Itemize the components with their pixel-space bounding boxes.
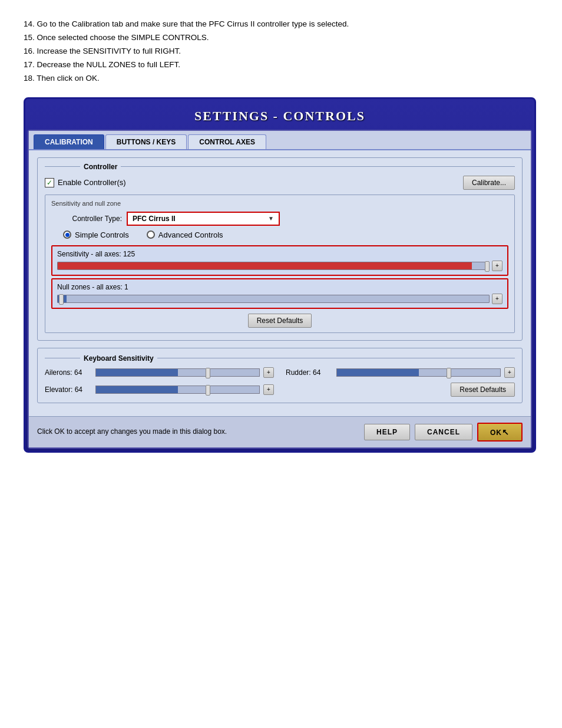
keyboard-sensitivity-section: Keyboard Sensitivity Ailerons: 64 + Rudd… xyxy=(37,348,523,403)
enable-label-text: Enable Controller(s) xyxy=(58,178,126,187)
instruction-15: 15. Once selected choose the SIMPLE CONT… xyxy=(24,31,538,45)
advanced-controls-label: Advanced Controls xyxy=(158,230,223,239)
bottom-help-text: Click OK to accept any changes you made … xyxy=(37,427,227,437)
controls-radio-row: Simple Controls Advanced Controls xyxy=(63,230,508,239)
cancel-button[interactable]: CANCEL xyxy=(415,424,472,440)
ailerons-label: Ailerons: 64 xyxy=(45,368,92,377)
tab-content: Controller ✓ Enable Controller(s) Calibr… xyxy=(29,149,531,416)
null-zones-thumb[interactable] xyxy=(59,294,64,305)
rudder-slider[interactable] xyxy=(336,368,501,377)
controller-type-select[interactable]: PFC Cirrus II ▼ xyxy=(127,212,280,226)
null-zones-plus-btn[interactable]: + xyxy=(492,294,503,304)
enable-controller-label[interactable]: ✓ Enable Controller(s) xyxy=(45,178,126,187)
tab-calibration[interactable]: CALIBRATION xyxy=(34,134,104,149)
instruction-16: 16. Increase the SENSITIVITY to full RIG… xyxy=(24,45,538,58)
simple-controls-label: Simple Controls xyxy=(75,230,129,239)
kb-section-label: Keyboard Sensitivity xyxy=(45,354,515,363)
null-zones-slider-bar[interactable] xyxy=(57,295,490,303)
select-arrow-icon: ▼ xyxy=(268,215,274,222)
rudder-fill xyxy=(337,369,419,376)
sensitivity-slider-group: Sensitivity - all axes: 125 + xyxy=(51,245,508,276)
instructions-block: 14. Go to the Calibration tab and make s… xyxy=(24,18,538,85)
instruction-18: 18. Then click on OK. xyxy=(24,72,538,85)
sensitivity-slider-track: + xyxy=(57,261,503,271)
sensitivity-plus-btn[interactable]: + xyxy=(492,261,503,271)
ailerons-thumb[interactable] xyxy=(206,368,210,378)
rudder-row: Rudder: 64 + xyxy=(286,367,515,378)
tab-buttons-keys[interactable]: BUTTONS / KEYS xyxy=(105,134,187,149)
tabs-bar: CALIBRATION BUTTONS / KEYS CONTROL AXES xyxy=(29,131,531,149)
dialog-title: SETTINGS - CONTROLS xyxy=(28,101,532,130)
elevator-thumb[interactable] xyxy=(206,385,210,396)
ailerons-plus-btn[interactable]: + xyxy=(263,367,274,378)
instruction-17: 17. Decrease the NULL ZONES to full LEFT… xyxy=(24,58,538,72)
advanced-controls-option[interactable]: Advanced Controls xyxy=(147,230,223,239)
advanced-controls-radio[interactable] xyxy=(147,230,155,239)
sensitivity-slider-bar[interactable] xyxy=(57,262,490,270)
elevator-fill xyxy=(96,386,178,393)
sensitivity-section-label: Sensitivity and null zone xyxy=(51,200,508,207)
rudder-thumb[interactable] xyxy=(447,368,451,378)
enable-checkbox[interactable]: ✓ xyxy=(45,178,54,187)
controller-type-value: PFC Cirrus II xyxy=(133,215,176,223)
ailerons-slider[interactable] xyxy=(95,368,260,377)
reset-defaults-button[interactable]: Reset Defaults xyxy=(248,314,312,328)
bottom-buttons: HELP CANCEL OK xyxy=(364,423,523,442)
settings-dialog: SETTINGS - CONTROLS CALIBRATION BUTTONS … xyxy=(24,97,536,453)
sensitivity-fill xyxy=(58,262,472,269)
null-zones-slider-title: Null zones - all axes: 1 xyxy=(57,283,503,291)
elevator-plus-btn[interactable]: + xyxy=(263,384,274,395)
dialog-inner: CALIBRATION BUTTONS / KEYS CONTROL AXES … xyxy=(28,130,532,449)
dialog-bottom: Click OK to accept any changes you made … xyxy=(29,416,531,447)
controller-type-field-label: Controller Type: xyxy=(51,215,122,223)
controller-section-label: Controller xyxy=(45,163,515,171)
elevator-row: Elevator: 64 + xyxy=(45,383,274,397)
simple-controls-radio[interactable] xyxy=(63,230,71,239)
enable-controller-row: ✓ Enable Controller(s) Calibrate... xyxy=(45,176,515,190)
kb-reset-defaults-button[interactable]: Reset Defaults xyxy=(451,383,515,397)
help-button[interactable]: HELP xyxy=(364,424,410,440)
sensitivity-thumb[interactable] xyxy=(485,261,490,272)
sensitivity-section: Sensitivity and null zone Controller Typ… xyxy=(45,195,515,333)
tab-control-axes[interactable]: CONTROL AXES xyxy=(188,134,266,149)
null-zones-slider-track: + xyxy=(57,294,503,304)
instruction-14: 14. Go to the Calibration tab and make s… xyxy=(24,18,538,31)
elevator-slider[interactable] xyxy=(95,386,260,394)
reset-defaults-row: Reset Defaults xyxy=(51,314,508,328)
ok-button[interactable]: OK xyxy=(477,423,523,442)
controller-type-row: Controller Type: PFC Cirrus II ▼ xyxy=(51,212,508,226)
controller-section: Controller ✓ Enable Controller(s) Calibr… xyxy=(37,157,523,341)
rudder-plus-btn[interactable]: + xyxy=(504,367,515,378)
simple-controls-option[interactable]: Simple Controls xyxy=(63,230,129,239)
ailerons-row: Ailerons: 64 + xyxy=(45,367,274,378)
ailerons-fill xyxy=(96,369,178,376)
sensitivity-slider-title: Sensitivity - all axes: 125 xyxy=(57,250,503,258)
elevator-label: Elevator: 64 xyxy=(45,386,92,394)
kb-reset-row: Reset Defaults xyxy=(286,383,515,397)
rudder-label: Rudder: 64 xyxy=(286,368,333,377)
calibrate-button[interactable]: Calibrate... xyxy=(463,176,515,190)
null-zones-slider-group: Null zones - all axes: 1 + xyxy=(51,278,508,309)
kb-grid: Ailerons: 64 + Rudder: 64 xyxy=(45,367,515,397)
